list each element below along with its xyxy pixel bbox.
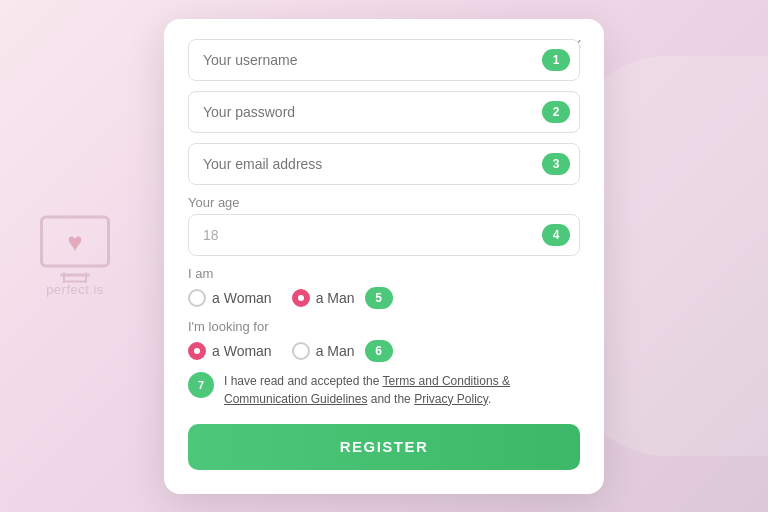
looking-for-woman-option[interactable]: a Woman — [188, 342, 272, 360]
age-label: Your age — [188, 195, 580, 210]
step-6-badge: 6 — [365, 340, 393, 362]
looking-for-man-radio[interactable] — [292, 342, 310, 360]
step-5-badge: 5 — [365, 287, 393, 309]
i-am-options-row: a Woman a Man 5 — [188, 287, 580, 309]
registration-modal: × 1 2 3 Your age 4 I am a Woman — [164, 19, 604, 494]
terms-before-text: I have read and accepted the — [224, 374, 383, 388]
privacy-link[interactable]: Privacy Policy — [414, 392, 488, 406]
terms-middle-text: and the — [367, 392, 414, 406]
i-am-man-label: a Man — [316, 290, 355, 306]
looking-for-section: I'm looking for a Woman a Man 6 — [188, 319, 580, 362]
step-2-badge: 2 — [542, 101, 570, 123]
looking-for-woman-radio[interactable] — [188, 342, 206, 360]
looking-for-woman-label: a Woman — [212, 343, 272, 359]
password-input[interactable] — [188, 91, 580, 133]
i-am-man-radio[interactable] — [292, 289, 310, 307]
looking-for-options: a Woman a Man — [188, 342, 355, 360]
heart-icon: ♥ — [67, 229, 82, 255]
watermark-logo: ♥ perfect.is — [40, 216, 110, 297]
step-4-badge: 4 — [542, 224, 570, 246]
username-row: 1 — [188, 39, 580, 81]
i-am-woman-option[interactable]: a Woman — [188, 289, 272, 307]
i-am-options: a Woman a Man — [188, 289, 355, 307]
email-input[interactable] — [188, 143, 580, 185]
terms-row: 7 I have read and accepted the Terms and… — [188, 372, 580, 408]
register-button[interactable]: REGISTER — [188, 424, 580, 470]
i-am-woman-label: a Woman — [212, 290, 272, 306]
username-input[interactable] — [188, 39, 580, 81]
i-am-section: I am a Woman a Man 5 — [188, 266, 580, 309]
terms-text: I have read and accepted the Terms and C… — [224, 372, 580, 408]
looking-for-label: I'm looking for — [188, 319, 580, 334]
i-am-woman-radio[interactable] — [188, 289, 206, 307]
looking-for-options-row: a Woman a Man 6 — [188, 340, 580, 362]
age-input[interactable] — [188, 214, 580, 256]
step-7-badge: 7 — [198, 379, 204, 391]
step-1-badge: 1 — [542, 49, 570, 71]
password-row: 2 — [188, 91, 580, 133]
watermark-text: perfect.is — [46, 282, 104, 297]
age-section: Your age 4 — [188, 195, 580, 256]
i-am-man-option[interactable]: a Man — [292, 289, 355, 307]
email-row: 3 — [188, 143, 580, 185]
terms-after-text: . — [488, 392, 491, 406]
looking-for-man-label: a Man — [316, 343, 355, 359]
looking-for-man-option[interactable]: a Man — [292, 342, 355, 360]
age-row: 4 — [188, 214, 580, 256]
step-3-badge: 3 — [542, 153, 570, 175]
i-am-label: I am — [188, 266, 580, 281]
monitor-icon: ♥ — [40, 216, 110, 268]
terms-checkbox[interactable]: 7 — [188, 372, 214, 398]
